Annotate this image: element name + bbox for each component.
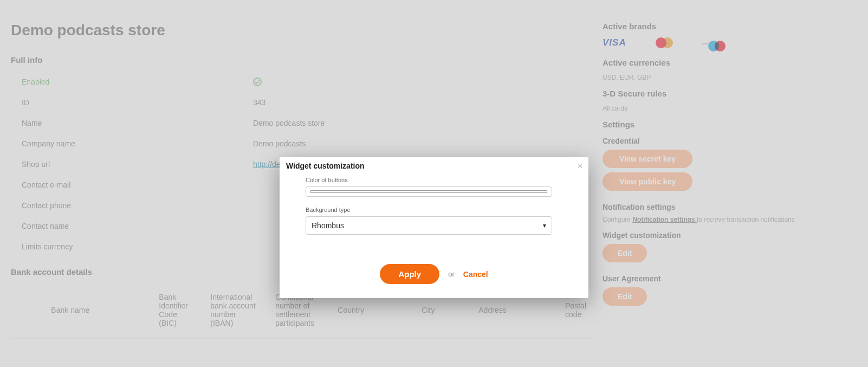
modal-title: Widget customization — [280, 157, 588, 175]
modal-overlay[interactable]: × Widget customization Color of buttons … — [0, 0, 868, 367]
color-input[interactable] — [306, 186, 552, 197]
chevron-down-icon: ▾ — [543, 222, 546, 229]
close-icon[interactable]: × — [577, 160, 583, 172]
background-type-select[interactable]: Rhombus ▾ — [306, 216, 552, 235]
apply-button[interactable]: Apply — [380, 264, 439, 284]
background-type-label: Background type — [306, 207, 582, 213]
cancel-button[interactable]: Cancel — [463, 270, 488, 279]
or-text: or — [448, 270, 455, 278]
color-of-buttons-label: Color of buttons — [306, 177, 582, 183]
widget-customization-modal: × Widget customization Color of buttons … — [280, 157, 588, 298]
background-type-value: Rhombus — [312, 221, 344, 230]
